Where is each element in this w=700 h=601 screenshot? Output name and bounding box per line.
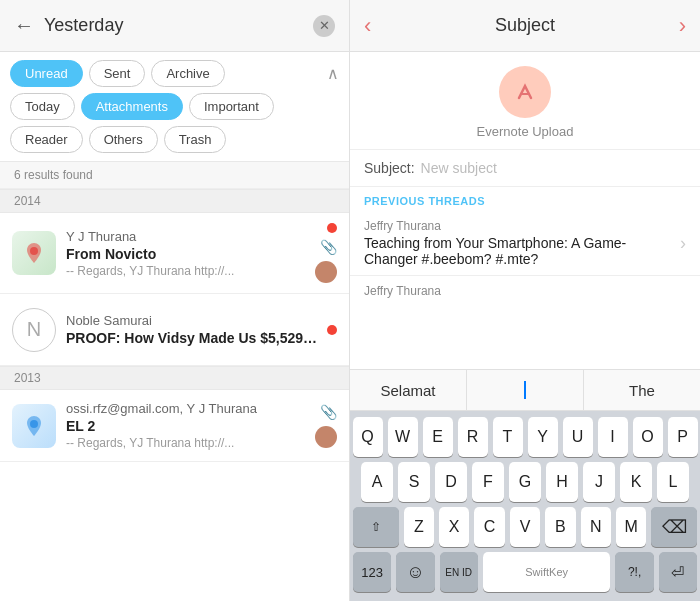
- partial-thread: Jeffry Thurana: [350, 276, 700, 308]
- attachment-icon: 📎: [320, 404, 337, 420]
- filter-unread[interactable]: Unread: [10, 60, 83, 87]
- key-p[interactable]: P: [668, 417, 698, 457]
- key-a[interactable]: A: [361, 462, 393, 502]
- back-button-right[interactable]: ‹: [364, 13, 371, 39]
- left-panel: ← Yesterday ✕ Unread Sent Archive ∧ Toda…: [0, 0, 350, 601]
- year-header-2014: 2014: [0, 189, 349, 213]
- filter-sent[interactable]: Sent: [89, 60, 146, 87]
- thread-item[interactable]: Jeffry Thurana Teaching from Your Smartp…: [350, 211, 700, 276]
- filter-others[interactable]: Others: [89, 126, 158, 153]
- key-u[interactable]: U: [563, 417, 593, 457]
- chevron-up-icon[interactable]: ∧: [327, 64, 339, 83]
- email-sender: Y J Thurana: [66, 229, 307, 244]
- key-g[interactable]: G: [509, 462, 541, 502]
- keyboard-row-3: ⇧ Z X C V B N M ⌫: [353, 507, 697, 547]
- email-item[interactable]: Y J Thurana From Novicto -- Regards, YJ …: [0, 213, 349, 294]
- email-meta: [327, 325, 337, 335]
- email-item[interactable]: N Noble Samurai PROOF: How Vidsy Made Us…: [0, 294, 349, 366]
- email-content: ossi.rfz@gmail.com, Y J Thurana EL 2 -- …: [66, 401, 307, 450]
- key-f[interactable]: F: [472, 462, 504, 502]
- key-v[interactable]: V: [510, 507, 540, 547]
- key-c[interactable]: C: [474, 507, 504, 547]
- email-subject: PROOF: How Vidsy Made Us $5,529 In 90 Mi…: [66, 330, 319, 346]
- subject-label: Subject:: [364, 160, 415, 176]
- email-content: Y J Thurana From Novicto -- Regards, YJ …: [66, 229, 307, 278]
- key-e[interactable]: E: [423, 417, 453, 457]
- results-bar: 6 results found: [0, 162, 349, 189]
- chevron-right-icon: ›: [680, 233, 686, 254]
- punctuation-key[interactable]: ?!,: [615, 552, 653, 592]
- email-meta: 📎: [315, 404, 337, 448]
- partial-thread-sender: Jeffry Thurana: [364, 284, 686, 298]
- email-subject: EL 2: [66, 418, 307, 434]
- back-button[interactable]: ←: [14, 14, 34, 37]
- right-header: ‹ Subject ›: [350, 0, 700, 52]
- filter-attachments[interactable]: Attachments: [81, 93, 183, 120]
- autocomplete-bar: Selamat The: [350, 369, 700, 411]
- key-t[interactable]: T: [493, 417, 523, 457]
- close-button[interactable]: ✕: [313, 15, 335, 37]
- filter-reader[interactable]: Reader: [10, 126, 83, 153]
- key-r[interactable]: R: [458, 417, 488, 457]
- lang-key[interactable]: EN ID: [440, 552, 478, 592]
- autocomplete-right[interactable]: The: [584, 370, 700, 410]
- email-content: Noble Samurai PROOF: How Vidsy Made Us $…: [66, 313, 319, 346]
- key-l[interactable]: L: [657, 462, 689, 502]
- autocomplete-left[interactable]: Selamat: [350, 370, 467, 410]
- attachment-icon: 📎: [320, 239, 337, 255]
- key-d[interactable]: D: [435, 462, 467, 502]
- thread-subject: Teaching from Your Smartphone: A Game-Ch…: [364, 235, 672, 267]
- key-w[interactable]: W: [388, 417, 418, 457]
- space-key[interactable]: SwiftKey: [483, 552, 611, 592]
- thread-content: Jeffry Thurana Teaching from Your Smartp…: [364, 219, 672, 267]
- avatar: [12, 404, 56, 448]
- filter-row-2: Today Attachments Important: [10, 93, 339, 120]
- avatar: N: [12, 308, 56, 352]
- key-y[interactable]: Y: [528, 417, 558, 457]
- forward-button[interactable]: ›: [679, 13, 686, 39]
- avatar: [12, 231, 56, 275]
- emoji-key[interactable]: ☺: [396, 552, 434, 592]
- evernote-section: Evernote Upload: [350, 52, 700, 150]
- email-subject: From Novicto: [66, 246, 307, 262]
- key-j[interactable]: J: [583, 462, 615, 502]
- key-m[interactable]: M: [616, 507, 646, 547]
- year-header-2013: 2013: [0, 366, 349, 390]
- backspace-key[interactable]: ⌫: [651, 507, 697, 547]
- key-o[interactable]: O: [633, 417, 663, 457]
- email-sender: ossi.rfz@gmail.com, Y J Thurana: [66, 401, 307, 416]
- keyboard: Q W E R T Y U I O P A S D F G H J K L ⇧ …: [350, 411, 700, 601]
- key-z[interactable]: Z: [404, 507, 434, 547]
- filter-archive[interactable]: Archive: [151, 60, 224, 87]
- filter-today[interactable]: Today: [10, 93, 75, 120]
- email-meta: 📎: [315, 223, 337, 283]
- filter-row-3: Reader Others Trash: [10, 126, 339, 153]
- email-item[interactable]: ossi.rfz@gmail.com, Y J Thurana EL 2 -- …: [0, 390, 349, 462]
- key-k[interactable]: K: [620, 462, 652, 502]
- mini-avatar: [315, 261, 337, 283]
- return-key[interactable]: ⏎: [659, 552, 697, 592]
- key-n[interactable]: N: [581, 507, 611, 547]
- subject-input[interactable]: New subject: [421, 160, 497, 176]
- text-cursor: [524, 381, 526, 399]
- unread-dot: [327, 325, 337, 335]
- filter-important[interactable]: Important: [189, 93, 274, 120]
- autocomplete-center[interactable]: [467, 370, 584, 410]
- filter-trash[interactable]: Trash: [164, 126, 227, 153]
- key-b[interactable]: B: [545, 507, 575, 547]
- subject-row[interactable]: Subject: New subject: [350, 150, 700, 187]
- evernote-avatar: [499, 66, 551, 118]
- left-header: ← Yesterday ✕: [0, 0, 349, 52]
- key-i[interactable]: I: [598, 417, 628, 457]
- key-q[interactable]: Q: [353, 417, 383, 457]
- numbers-key[interactable]: 123: [353, 552, 391, 592]
- thread-sender: Jeffry Thurana: [364, 219, 672, 233]
- key-x[interactable]: X: [439, 507, 469, 547]
- email-compose: Evernote Upload Subject: New subject PRE…: [350, 52, 700, 369]
- key-h[interactable]: H: [546, 462, 578, 502]
- evernote-label: Evernote Upload: [477, 124, 574, 139]
- shift-key[interactable]: ⇧: [353, 507, 399, 547]
- left-header-title: Yesterday: [44, 15, 313, 36]
- key-s[interactable]: S: [398, 462, 430, 502]
- keyboard-row-2: A S D F G H J K L: [353, 462, 697, 502]
